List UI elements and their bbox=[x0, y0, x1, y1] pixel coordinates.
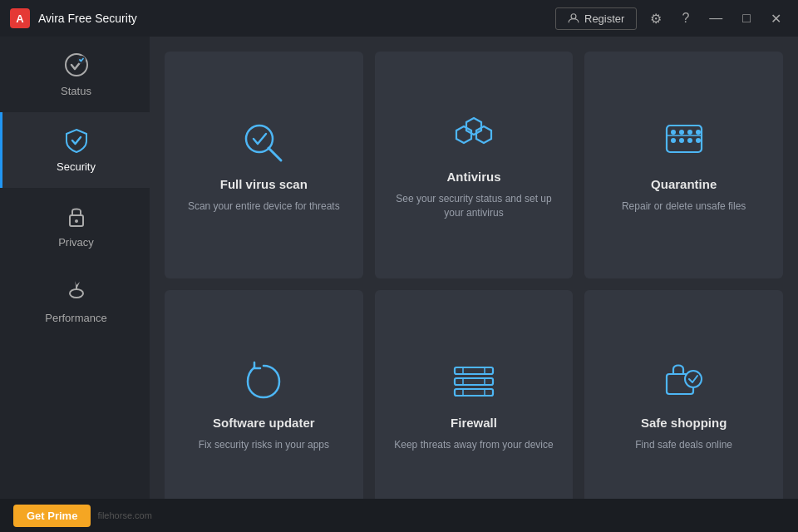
full-virus-scan-title: Full virus scan bbox=[220, 177, 308, 191]
svg-marker-12 bbox=[476, 126, 491, 143]
register-label: Register bbox=[584, 12, 624, 25]
sidebar-performance-label: Performance bbox=[45, 312, 106, 324]
sidebar-privacy-label: Privacy bbox=[58, 236, 94, 249]
app-title: Avira Free Security bbox=[38, 12, 137, 25]
svg-line-10 bbox=[268, 148, 281, 160]
titlebar-right: Register ⚙ ? — □ ✕ bbox=[555, 7, 788, 30]
firewall-icon bbox=[448, 356, 500, 407]
quarantine-card[interactable]: Quarantine Repair or delete unsafe files bbox=[584, 52, 783, 278]
svg-point-20 bbox=[679, 138, 684, 143]
sidebar: Status Security Privacy bbox=[0, 37, 150, 532]
svg-point-2 bbox=[571, 14, 576, 19]
svg-point-6 bbox=[75, 219, 78, 223]
bottom-bar: Get Prime filehorse.com bbox=[0, 499, 798, 532]
feature-grid: Full virus scan Scan your entire device … bbox=[150, 37, 798, 532]
privacy-icon bbox=[63, 203, 90, 229]
app-logo: A bbox=[10, 8, 30, 28]
safe-shopping-title: Safe shopping bbox=[641, 416, 727, 430]
svg-point-19 bbox=[671, 138, 676, 143]
quarantine-icon bbox=[658, 117, 710, 169]
svg-point-15 bbox=[671, 130, 676, 135]
safe-shopping-card[interactable]: Safe shopping Find safe deals online bbox=[584, 290, 783, 517]
help-button[interactable]: ? bbox=[675, 7, 696, 29]
maximize-button[interactable]: □ bbox=[736, 7, 757, 29]
antivirus-card[interactable]: Antivirus See your security status and s… bbox=[375, 52, 574, 278]
antivirus-icon bbox=[448, 110, 500, 161]
software-updater-card[interactable]: Software updater Fix security risks in y… bbox=[165, 290, 363, 517]
svg-point-7 bbox=[70, 289, 83, 298]
full-virus-scan-icon bbox=[238, 117, 289, 169]
svg-point-18 bbox=[696, 130, 701, 135]
safe-shopping-icon bbox=[658, 356, 710, 407]
svg-rect-25 bbox=[455, 378, 493, 385]
status-icon bbox=[63, 52, 90, 78]
full-virus-scan-card[interactable]: Full virus scan Scan your entire device … bbox=[165, 52, 363, 278]
safe-shopping-desc: Find safe deals online bbox=[635, 438, 732, 452]
get-prime-button[interactable]: Get Prime bbox=[13, 505, 91, 527]
full-virus-scan-desc: Scan your entire device for threats bbox=[188, 200, 340, 214]
svg-point-16 bbox=[679, 130, 684, 135]
sidebar-security-label: Security bbox=[57, 160, 96, 173]
svg-text:A: A bbox=[16, 12, 24, 25]
svg-point-17 bbox=[687, 130, 692, 135]
svg-point-22 bbox=[696, 138, 701, 143]
close-button[interactable]: ✕ bbox=[764, 7, 788, 30]
antivirus-desc: See your security status and set up your… bbox=[388, 192, 560, 220]
titlebar: A Avira Free Security Register ⚙ ? — □ ✕ bbox=[0, 0, 798, 37]
svg-rect-26 bbox=[455, 389, 493, 396]
sidebar-item-security[interactable]: Security bbox=[0, 112, 150, 188]
svg-point-21 bbox=[687, 138, 692, 143]
sidebar-item-privacy[interactable]: Privacy bbox=[0, 188, 150, 264]
register-button[interactable]: Register bbox=[555, 7, 637, 30]
svg-rect-24 bbox=[455, 367, 493, 374]
svg-point-34 bbox=[685, 371, 702, 387]
sidebar-item-performance[interactable]: Performance bbox=[0, 264, 150, 339]
sidebar-status-label: Status bbox=[61, 85, 91, 97]
software-updater-title: Software updater bbox=[213, 416, 315, 430]
firewall-title: Firewall bbox=[451, 416, 497, 430]
antivirus-title: Antivirus bbox=[446, 170, 500, 184]
svg-marker-13 bbox=[456, 126, 471, 143]
sidebar-item-status[interactable]: Status bbox=[0, 37, 150, 112]
firewall-desc: Keep threats away from your device bbox=[394, 438, 553, 452]
minimize-button[interactable]: — bbox=[702, 7, 729, 29]
svg-marker-11 bbox=[466, 118, 481, 135]
settings-button[interactable]: ⚙ bbox=[643, 7, 668, 30]
quarantine-desc: Repair or delete unsafe files bbox=[622, 200, 746, 214]
titlebar-left: A Avira Free Security bbox=[10, 8, 137, 28]
main-layout: Status Security Privacy bbox=[0, 37, 798, 532]
filehorse-watermark: filehorse.com bbox=[97, 510, 151, 520]
quarantine-title: Quarantine bbox=[651, 177, 717, 191]
software-updater-desc: Fix security risks in your apps bbox=[199, 438, 329, 452]
security-icon bbox=[63, 127, 90, 154]
software-updater-icon bbox=[238, 356, 289, 407]
performance-icon bbox=[63, 278, 90, 305]
firewall-card[interactable]: Firewall Keep threats away from your dev… bbox=[375, 290, 574, 517]
